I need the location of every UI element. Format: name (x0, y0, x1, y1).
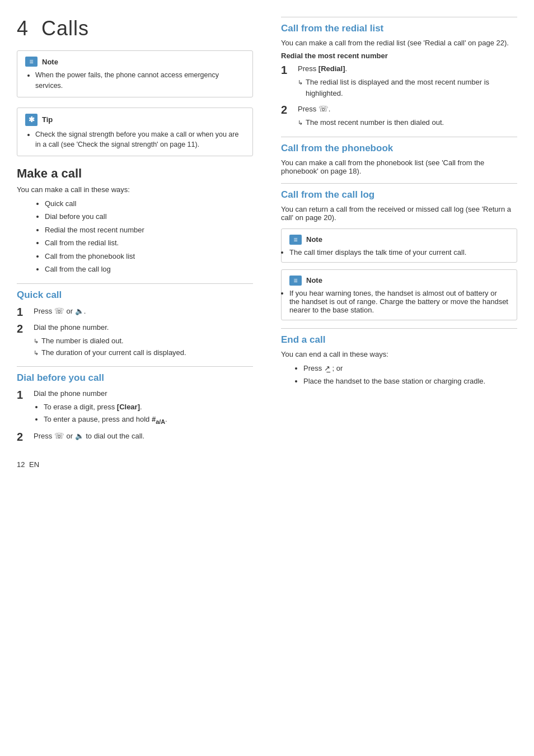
note-item-2: The call timer displays the talk time of… (289, 248, 509, 256)
dial-step1-sub-0: To erase a digit, press [Clear]. (44, 401, 253, 413)
make-call-item-0: Quick call (45, 197, 253, 210)
redial-step1-bullet-0: The redial list is displayed and the mos… (298, 77, 517, 100)
quick-call-step1: 1 Press ☏ or 🔈. (17, 305, 253, 319)
make-a-call-list: Quick call Dial before you call Redial t… (17, 197, 253, 276)
dial-step1-sub: To erase a digit, press [Clear]. To ente… (34, 401, 253, 427)
end-call-method-0: Press ↗̲ ; or (303, 362, 517, 375)
note-item-1: When the power fails, the phone cannot a… (35, 70, 245, 91)
tip-label-1: Tip (42, 115, 53, 124)
redial-step2-content: Press ☏. The most recent number is then … (298, 103, 517, 129)
redial-list-title: Call from the redial list (281, 17, 517, 34)
note-header-1: Note (25, 57, 245, 67)
chapter-title: Calls (41, 17, 89, 40)
page-footer: 12 EN (17, 460, 253, 469)
chapter-heading: 4 Calls (17, 17, 253, 40)
dial-step1-text: Dial the phone number (34, 389, 107, 398)
tip-box-1: ✱ Tip Check the signal strength before y… (17, 108, 253, 157)
end-call-title: End a call (281, 328, 517, 346)
quick-call-step2-content: Dial the phone number. The number is dia… (34, 322, 253, 358)
chapter-number: 4 (17, 17, 29, 40)
phone-icon-3: ☏ (318, 104, 329, 113)
phone-icon-1: ☏ (54, 306, 64, 315)
note-label-2: Note (306, 235, 322, 244)
make-call-item-1: Dial before you call (45, 210, 253, 223)
redial-step2: 2 Press ☏. The most recent number is the… (281, 103, 517, 129)
redial-step2-bullet-0: The most recent number is then dialed ou… (298, 117, 517, 129)
right-column: Call from the redial list You can make a… (275, 17, 517, 469)
note-item-3: If you hear warning tones, the handset i… (289, 289, 509, 314)
redial-sub-title: Redial the most recent number (281, 52, 517, 60)
quick-call-step2-num: 2 (17, 322, 29, 335)
note-box-3: Note If you hear warning tones, the hand… (281, 269, 517, 320)
note-box-2: Note The call timer displays the talk ti… (281, 228, 517, 263)
dial-before-title: Dial before you call (17, 366, 253, 384)
redial-list-intro: You can make a call from the redial list… (281, 39, 517, 47)
tip-header-1: ✱ Tip (25, 114, 245, 126)
call-log-title: Call from the call log (281, 183, 517, 200)
end-call-icon: ↗̲ (324, 364, 330, 372)
call-log-intro: You can return a call from the received … (281, 205, 517, 222)
quick-call-step1-num: 1 (17, 305, 29, 319)
page-lang: EN (29, 460, 39, 469)
tip-item-1: Check the signal strength before you mak… (35, 129, 245, 151)
make-call-item-4: Call from the phonebook list (45, 250, 253, 263)
note-list-2: The call timer displays the talk time of… (289, 248, 509, 256)
note-label-1: Note (42, 58, 58, 66)
redial-step2-num: 2 (281, 103, 293, 116)
speaker-icon-1: 🔈 (75, 307, 84, 315)
note-header-3: Note (289, 276, 509, 286)
note-list-3: If you hear warning tones, the handset i… (289, 289, 509, 314)
dial-step2-num: 2 (17, 430, 29, 444)
tip-icon-1: ✱ (25, 114, 38, 126)
note-icon-2 (289, 235, 302, 245)
redial-step1-content: Press [Redial]. The redial list is displ… (298, 63, 517, 100)
make-call-item-5: Call from the call log (45, 263, 253, 276)
note-icon-3 (289, 276, 302, 286)
end-call-list: Press ↗̲ ; or Place the handset to the b… (281, 362, 517, 388)
dial-step1-sub-1: To enter a pause, press and hold #a/A. (44, 413, 253, 427)
quick-call-step2-text: Dial the phone number. (34, 323, 109, 332)
dial-step1-num: 1 (17, 388, 29, 402)
end-call-intro: You can end a call in these ways: (281, 350, 517, 358)
speaker-icon-2: 🔈 (75, 432, 84, 440)
quick-call-title: Quick call (17, 283, 253, 301)
make-a-call-intro: You can make a call in these ways: (17, 185, 253, 194)
quick-call-bullet-2: The duration of your current call is dis… (34, 347, 253, 359)
dial-step2: 2 Press ☏ or 🔈 to dial out the call. (17, 430, 253, 444)
tip-list-1: Check the signal strength before you mak… (25, 129, 245, 151)
dial-step2-content: Press ☏ or 🔈 to dial out the call. (34, 430, 253, 442)
dial-step1: 1 Dial the phone number To erase a digit… (17, 388, 253, 427)
note-box-1: Note When the power fails, the phone can… (17, 50, 253, 97)
page-number: 12 (17, 460, 25, 469)
note-label-3: Note (306, 276, 322, 284)
note-header-2: Note (289, 235, 509, 245)
redial-step2-bullets: The most recent number is then dialed ou… (298, 117, 517, 129)
redial-step1-num: 1 (281, 63, 293, 77)
dial-step1-content: Dial the phone number To erase a digit, … (34, 388, 253, 427)
end-call-method-1: Place the handset to the base station or… (303, 375, 517, 388)
left-column: 4 Calls Note When the power fails, the p… (17, 17, 259, 469)
phone-icon-2: ☏ (54, 431, 64, 440)
note-list-1: When the power fails, the phone cannot a… (25, 70, 245, 91)
redial-step1: 1 Press [Redial]. The redial list is dis… (281, 63, 517, 100)
redial-step1-bullets: The redial list is displayed and the mos… (298, 77, 517, 100)
make-a-call-title: Make a call (17, 166, 253, 181)
quick-call-step1-content: Press ☏ or 🔈. (34, 305, 253, 317)
quick-call-step2: 2 Dial the phone number. The number is d… (17, 322, 253, 358)
make-call-item-3: Call from the redial list. (45, 236, 253, 249)
note-icon-1 (25, 57, 38, 67)
phonebook-title: Call from the phonebook (281, 137, 517, 154)
quick-call-step2-bullets: The number is dialed out. The duration o… (34, 335, 253, 359)
quick-call-bullet-1: The number is dialed out. (34, 335, 253, 347)
phonebook-intro: You can make a call from the phonebook l… (281, 158, 517, 175)
make-call-item-2: Redial the most recent number (45, 223, 253, 236)
